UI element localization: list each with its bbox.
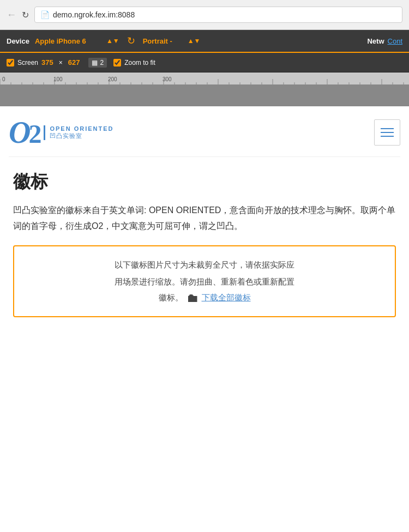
- url-text: demo.ngrok.fex.im:8088: [53, 10, 135, 19]
- back-button[interactable]: ←: [7, 9, 16, 21]
- logo-open-oriented: OPEN ORIENTED: [50, 125, 113, 132]
- logo-2: 2: [28, 119, 39, 148]
- device-selector[interactable]: Apple iPhone 6 Apple iPhone 6 Plus Apple…: [35, 37, 105, 45]
- gray-gap: [0, 84, 409, 106]
- section-text: 凹凸实验室的徽标来自于英文单词: OPEN ORIENTED，意含面向开放的技术…: [13, 203, 396, 234]
- screenshot-count: 2: [100, 59, 104, 66]
- zoom-checkbox[interactable]: [113, 59, 121, 66]
- network-link[interactable]: Cont: [388, 37, 402, 45]
- hamburger-line-3: [381, 136, 394, 137]
- network-label: Netw: [367, 37, 384, 45]
- logo-bar: O2 OPEN ORIENTED 凹凸实验室: [9, 117, 400, 157]
- page-icon: 📄: [40, 10, 50, 19]
- logo-left: O2 OPEN ORIENTED 凹凸实验室: [9, 117, 114, 148]
- notice-box: 以下徽标图片尺寸为未裁剪全尺寸，请依据实际应 用场景进行缩放。请勿扭曲、重新着色…: [13, 245, 396, 317]
- screenshot-button[interactable]: ▦ 2: [88, 58, 107, 68]
- screen-width[interactable]: 375: [41, 58, 53, 66]
- zoom-label: Zoom to fit: [124, 59, 155, 66]
- logo-text-block: OPEN ORIENTED 凹凸实验室: [44, 125, 113, 140]
- ruler-svg: 0 100 200 300: [0, 72, 409, 84]
- refresh-button[interactable]: ↻: [22, 10, 29, 20]
- svg-text:0: 0: [2, 76, 5, 82]
- notice-line2: 用场景进行缩放。请勿扭曲、重新着色或重新配置: [23, 274, 386, 289]
- hamburger-line-2: [381, 132, 394, 133]
- download-folder-icon: 🖿: [187, 291, 199, 305]
- zoom-item: Zoom to fit: [113, 59, 155, 66]
- logo-chinese: 凹凸实验室: [50, 132, 113, 140]
- screen-item: Screen 375 × 627: [7, 58, 80, 66]
- page-content: O2 OPEN ORIENTED 凹凸实验室 徽标 凹凸实验室的徽标来自于英文单…: [0, 106, 409, 337]
- screen-label: Screen: [17, 59, 38, 66]
- svg-text:300: 300: [163, 76, 172, 82]
- x-separator: ×: [59, 59, 63, 66]
- svg-text:200: 200: [108, 76, 117, 82]
- device-label: Device: [7, 37, 29, 45]
- screenshot-icon: ▦: [92, 59, 98, 66]
- notice-bottom: 徽标。 🖿 下载全部徽标: [23, 291, 386, 305]
- rotate-icon[interactable]: ↻: [127, 35, 135, 47]
- content-section: 徽标 凹凸实验室的徽标来自于英文单词: OPEN ORIENTED，意含面向开放…: [9, 157, 400, 326]
- notice-line3-text: 徽标。: [159, 293, 183, 303]
- logo-o: O: [9, 116, 28, 149]
- ruler: 0 100 200 300: [0, 72, 409, 84]
- address-bar[interactable]: 📄 demo.ngrok.fex.im:8088: [34, 7, 402, 23]
- orientation-selector[interactable]: Portrait - Landscape -: [143, 37, 187, 45]
- device-arrows-icon: ▲▼: [106, 37, 119, 45]
- browser-nav-bar: ← ↻ 📄 demo.ngrok.fex.im:8088: [0, 0, 409, 30]
- notice-line1: 以下徽标图片尺寸为未裁剪全尺寸，请依据实际应: [23, 257, 386, 272]
- download-link[interactable]: 下载全部徽标: [202, 293, 251, 303]
- hamburger-line-1: [381, 128, 394, 129]
- screen-height[interactable]: 627: [68, 58, 80, 66]
- screen-checkbox[interactable]: [7, 59, 14, 66]
- orientation-arrows-icon: ▲▼: [188, 37, 201, 45]
- logo-o2-text: O2: [9, 117, 39, 148]
- hamburger-button[interactable]: [374, 119, 400, 146]
- section-title: 徽标: [13, 170, 396, 194]
- svg-text:100: 100: [53, 76, 63, 82]
- devtools-row2: Screen 375 × 627 ▦ 2 Zoom to fit: [0, 53, 409, 72]
- devtools-toolbar: Device Apple iPhone 6 Apple iPhone 6 Plu…: [0, 30, 409, 53]
